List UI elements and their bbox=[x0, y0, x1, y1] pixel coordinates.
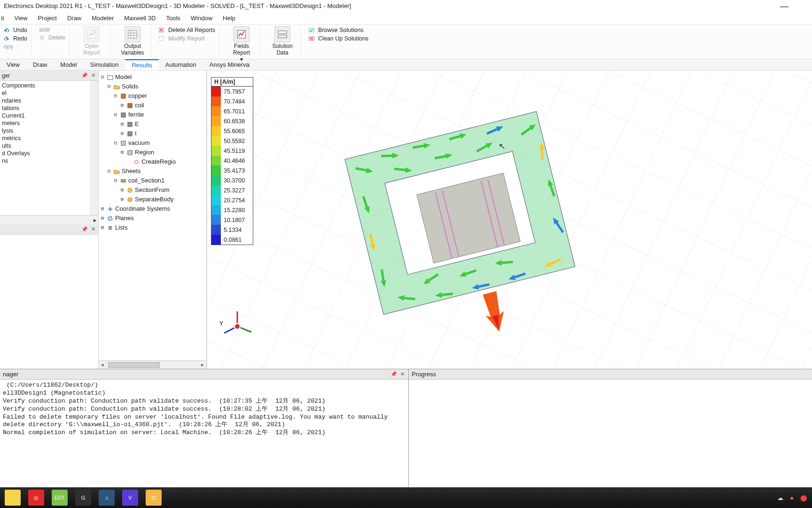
tree-item[interactable]: ⊞Planes bbox=[100, 214, 205, 223]
tab-view[interactable]: View bbox=[0, 59, 26, 70]
list-item[interactable]: ults bbox=[2, 142, 88, 150]
close-icon[interactable]: ✕ bbox=[399, 371, 406, 378]
project-tree[interactable]: Components el ndaries tations Current1 m… bbox=[0, 81, 90, 166]
close-icon[interactable]: ✕ bbox=[90, 226, 96, 233]
fields-report-button[interactable]: Fields Report▾ bbox=[225, 26, 258, 63]
tab-automation[interactable]: Automation bbox=[159, 59, 203, 70]
cleanup-solutions-button[interactable]: Clean Up Solutions bbox=[307, 35, 370, 42]
tree-toggle-icon[interactable]: ⊞ bbox=[119, 195, 125, 204]
system-tray[interactable]: ☁ ● ⬤ bbox=[777, 494, 807, 501]
tab-results[interactable]: Results bbox=[125, 59, 158, 70]
tree-toggle-icon[interactable]: ⊟ bbox=[113, 176, 118, 185]
undo-button[interactable]: Undo bbox=[2, 26, 29, 34]
message-log[interactable]: (C:/Users/11862/Desktop/) ell3DDesign1 (… bbox=[0, 380, 408, 496]
svg-line-41 bbox=[542, 149, 543, 160]
list-item[interactable]: Current1 bbox=[2, 112, 88, 119]
tree-toggle-icon[interactable]: ⊟ bbox=[113, 138, 118, 148]
close-icon[interactable]: ✕ bbox=[90, 72, 96, 79]
tree-item[interactable]: ⊞Region bbox=[100, 148, 205, 157]
tree-toggle-icon[interactable]: ⊟ bbox=[106, 82, 112, 91]
pin-icon[interactable]: 📌 bbox=[390, 371, 397, 378]
tree-item[interactable]: ⊞SectionFrom bbox=[100, 185, 205, 195]
tree-toggle-icon[interactable]: ⊞ bbox=[100, 223, 105, 232]
output-variables-button[interactable]: Output Variables bbox=[116, 26, 149, 56]
minimize-icon[interactable]: — bbox=[780, 0, 789, 12]
tree-toggle-icon[interactable]: ⊟ bbox=[100, 72, 105, 82]
menu-project[interactable]: Project bbox=[37, 15, 57, 22]
tree-item[interactable]: ⊞E bbox=[100, 119, 205, 129]
list-item[interactable]: ns bbox=[2, 157, 88, 165]
menu-help[interactable]: Help bbox=[222, 15, 236, 22]
orientation-triad[interactable]: Y bbox=[219, 308, 256, 345]
list-item[interactable]: meters bbox=[2, 119, 88, 127]
menu-tools[interactable]: Tools bbox=[165, 15, 181, 22]
tab-draw[interactable]: Draw bbox=[26, 59, 54, 70]
list-item[interactable]: el bbox=[2, 89, 88, 97]
tree-toggle-icon[interactable]: ⊞ bbox=[119, 101, 125, 110]
legend-swatch bbox=[211, 106, 221, 116]
tab-model[interactable]: Model bbox=[54, 59, 83, 70]
tree-item[interactable]: ⊞I bbox=[100, 129, 205, 138]
3d-viewport[interactable]: H [A/m] 75.795770.748465.701160.653855.6… bbox=[207, 71, 812, 369]
tree-item[interactable]: ⊟Model bbox=[100, 72, 205, 82]
menu-modeler[interactable]: Modeler bbox=[91, 15, 115, 22]
menu-draw[interactable]: Draw bbox=[66, 15, 82, 22]
menu-maxwell3d[interactable]: Maxwell 3D bbox=[123, 15, 156, 22]
menu-window[interactable]: Window bbox=[190, 15, 213, 22]
tree-item[interactable]: ⊟Sheets bbox=[100, 167, 205, 176]
expand-icon[interactable]: ▸ bbox=[94, 217, 96, 223]
list-item[interactable]: ndaries bbox=[2, 97, 88, 104]
tree-toggle-icon[interactable]: ⊟ bbox=[113, 110, 118, 119]
tree-item[interactable]: ⊞Coordinate Systems bbox=[100, 204, 205, 214]
tree-toggle-icon[interactable]: ⊞ bbox=[100, 204, 105, 214]
tree-item[interactable]: ⊟coil_Section1 bbox=[100, 176, 205, 185]
taskbar-app[interactable]: ◎ bbox=[28, 490, 44, 506]
tree-toggle-icon[interactable]: ⊞ bbox=[119, 185, 125, 195]
tree-item[interactable]: ⊞SeparateBody bbox=[100, 195, 205, 204]
tree-toggle-icon[interactable]: ⊟ bbox=[113, 91, 118, 101]
tree-toggle-icon[interactable]: ⊟ bbox=[106, 167, 112, 176]
tree-item[interactable]: ⊞coil bbox=[100, 101, 205, 110]
ribbon-tabs: View Draw Model Simulation Results Autom… bbox=[0, 59, 812, 71]
tree-toggle-icon[interactable]: ⊞ bbox=[119, 129, 125, 138]
tab-ansys-minerva[interactable]: Ansys Minerva bbox=[203, 59, 256, 70]
taskbar-app[interactable]: EDT bbox=[52, 490, 68, 506]
tree-item[interactable]: ⊟vacuum bbox=[100, 138, 205, 148]
tray-icon[interactable]: ☁ bbox=[777, 494, 783, 501]
tray-icon[interactable]: ● bbox=[790, 494, 794, 501]
legend-value: 20.2754 bbox=[221, 197, 245, 204]
delete-all-reports-button[interactable]: Delete All Reports bbox=[157, 26, 217, 34]
taskbar-app[interactable]: G bbox=[75, 490, 91, 506]
pin-icon[interactable]: 📌 bbox=[81, 226, 88, 233]
tree-toggle-icon[interactable]: ⊞ bbox=[119, 148, 125, 157]
list-item[interactable]: Components bbox=[2, 82, 88, 89]
tree-item[interactable]: CreateRegio bbox=[100, 157, 205, 167]
svg-rect-15 bbox=[121, 141, 125, 145]
taskbar-app[interactable] bbox=[5, 490, 21, 506]
windows-taskbar[interactable]: ◎EDTG⌂V🗀 ☁ ● ⬤ bbox=[0, 487, 812, 508]
tree-toggle-icon[interactable]: ⊞ bbox=[119, 119, 125, 129]
redo-button[interactable]: Redo bbox=[2, 35, 29, 42]
taskbar-app[interactable]: 🗀 bbox=[146, 490, 162, 506]
menu-view[interactable]: View bbox=[14, 15, 29, 22]
tree-item[interactable]: ⊟ferrite bbox=[100, 110, 205, 119]
horizontal-scrollbar[interactable]: ◂▸ bbox=[99, 360, 206, 369]
browse-solutions-button[interactable]: Browse Solutions bbox=[307, 26, 370, 34]
tree-item[interactable]: ⊞Lists bbox=[100, 223, 205, 232]
list-item[interactable]: metrics bbox=[2, 135, 88, 142]
taskbar-app[interactable]: V bbox=[122, 490, 138, 506]
list-item[interactable]: d Overlays bbox=[2, 150, 88, 157]
pin-icon[interactable]: 📌 bbox=[81, 72, 88, 79]
model-tree[interactable]: ⊟Model⊟Solids⊟copper⊞coil⊟ferrite⊞E⊞I⊟va… bbox=[99, 71, 206, 360]
solution-data-button[interactable]: Solution Data bbox=[266, 26, 299, 56]
tab-simulation[interactable]: Simulation bbox=[84, 59, 125, 70]
tree-toggle-icon[interactable]: ⊞ bbox=[100, 214, 105, 223]
tree-item[interactable]: ⊟Solids bbox=[100, 82, 205, 91]
tree-item[interactable]: ⊟copper bbox=[100, 91, 205, 101]
list-item[interactable]: lysis bbox=[2, 127, 88, 135]
list-item[interactable]: tations bbox=[2, 104, 88, 112]
taskbar-app[interactable]: ⌂ bbox=[99, 490, 115, 506]
tray-icon[interactable]: ⬤ bbox=[800, 494, 807, 501]
scrollbar[interactable] bbox=[90, 81, 98, 215]
menu-edit[interactable]: it bbox=[0, 15, 5, 22]
